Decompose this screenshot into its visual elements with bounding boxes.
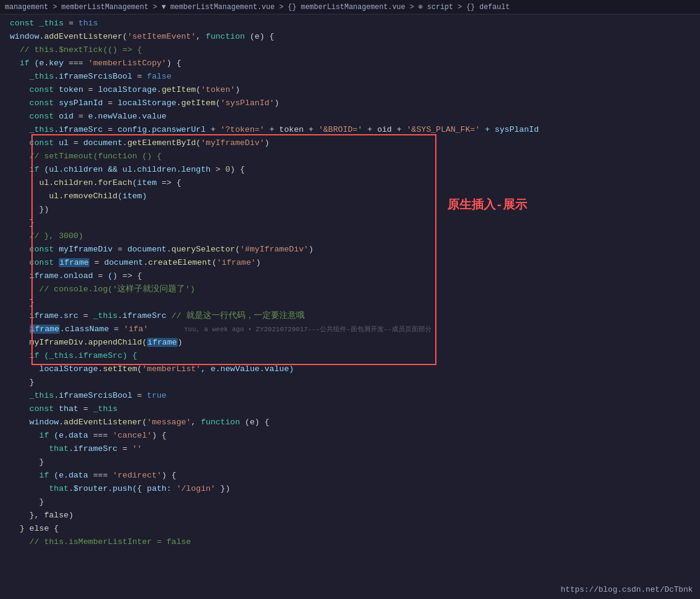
code-line: window.addEventListener('setItemEvent', … bbox=[0, 30, 700, 44]
code-line: localStorage.setItem('memberList', e.new… bbox=[0, 363, 700, 376]
code-text: const token = localStorage.getItem('toke… bbox=[0, 83, 695, 97]
code-text: const oid = e.newValue.value bbox=[0, 110, 695, 123]
code-line: if (e.data === 'redirect') { bbox=[0, 469, 700, 482]
code-text: if (ul.children && ul.children.length > … bbox=[0, 163, 695, 176]
code-text: iframe.onload = () => { bbox=[0, 270, 695, 283]
code-line: if (_this.iframeSrc) { bbox=[0, 349, 700, 363]
code-line: ul.children.forEach(item => { bbox=[0, 176, 700, 190]
code-line: } bbox=[0, 216, 700, 230]
code-text: }) bbox=[0, 203, 695, 216]
code-line: if (ul.children && ul.children.length > … bbox=[0, 163, 700, 176]
code-text: const that = _this bbox=[0, 403, 695, 416]
code-text: that.$router.push({ path: '/login' }) bbox=[0, 482, 695, 496]
code-text: } bbox=[0, 216, 695, 230]
code-line: _this.iframeSrcisBool = false bbox=[0, 70, 700, 83]
code-text: }, false) bbox=[0, 509, 695, 522]
code-line: } bbox=[0, 456, 700, 469]
code-line: const that = _this bbox=[0, 403, 700, 416]
code-line: that.$router.push({ path: '/login' }) bbox=[0, 482, 700, 496]
code-lines: const _this = this window.addEventListen… bbox=[0, 17, 700, 549]
code-line: const myIframeDiv = document.querySelect… bbox=[0, 243, 700, 256]
annotation-label: 原生插入-展示 bbox=[447, 196, 527, 215]
code-line: } else { bbox=[0, 522, 700, 536]
breadcrumb-text: management > memberListManagement > ▼ me… bbox=[5, 3, 510, 11]
bottom-url: https://blog.csdn.net/DcTbnk bbox=[561, 585, 693, 594]
code-line: iframe.className = 'ifa' You, a week ago… bbox=[0, 323, 700, 336]
code-text: // }, 3000) bbox=[0, 230, 695, 243]
code-text: iframe.src = _this.iframeSrc // 就是这一行代码，… bbox=[0, 309, 695, 323]
code-text: // console.log('这样子就没问题了') bbox=[0, 283, 695, 296]
code-line: } bbox=[0, 376, 700, 389]
code-line: const sysPlanId = localStorage.getItem('… bbox=[0, 97, 700, 110]
code-text: localStorage.setItem('memberList', e.new… bbox=[0, 363, 695, 376]
code-text: // this.isMemberListInter = false bbox=[0, 536, 695, 549]
code-text: if (e.data === 'redirect') { bbox=[0, 469, 695, 482]
code-line: const oid = e.newValue.value bbox=[0, 110, 700, 123]
code-text: window.addEventListener('message', funct… bbox=[0, 416, 695, 429]
code-text: // setTimeout(function () { bbox=[0, 150, 695, 163]
code-text: ul.children.forEach(item => { bbox=[0, 176, 695, 190]
code-line: const token = localStorage.getItem('toke… bbox=[0, 83, 700, 97]
breadcrumb-bar: management > memberListManagement > ▼ me… bbox=[0, 0, 700, 15]
code-text: ul.removeChild(item) bbox=[0, 190, 695, 203]
code-line: // }, 3000) bbox=[0, 230, 700, 243]
code-line: window.addEventListener('message', funct… bbox=[0, 416, 700, 429]
code-line: const ul = document.getElementById('myIf… bbox=[0, 137, 700, 150]
code-text: } else { bbox=[0, 522, 695, 536]
code-line: }, false) bbox=[0, 509, 700, 522]
code-text: } bbox=[0, 296, 695, 309]
code-line: // this.isMemberListInter = false bbox=[0, 536, 700, 549]
code-text: const _this = this bbox=[0, 17, 695, 30]
code-line: _this.iframeSrcisBool = true bbox=[0, 389, 700, 403]
code-line: // this.$nextTick(() => { bbox=[0, 44, 700, 57]
code-text: } bbox=[0, 376, 695, 389]
code-text: window.addEventListener('setItemEvent', … bbox=[0, 30, 695, 44]
code-line: iframe.onload = () => { bbox=[0, 270, 700, 283]
code-line: if (e.data === 'cancel') { bbox=[0, 429, 700, 442]
code-text: if (e.data === 'cancel') { bbox=[0, 429, 695, 442]
code-line: } bbox=[0, 296, 700, 309]
code-line: if (e.key === 'memberListCopy') { bbox=[0, 57, 700, 70]
code-text: myIframeDiv.appendChild(iframe) bbox=[0, 336, 695, 349]
code-line: that.iframeSrc = '' bbox=[0, 442, 700, 456]
code-text: const ul = document.getElementById('myIf… bbox=[0, 137, 695, 150]
code-text: } bbox=[0, 456, 695, 469]
code-text: } bbox=[0, 496, 695, 509]
code-line: }) bbox=[0, 203, 700, 216]
code-text: const iframe = document.createElement('i… bbox=[0, 256, 695, 270]
code-text: _this.iframeSrcisBool = true bbox=[0, 389, 695, 403]
code-text: const myIframeDiv = document.querySelect… bbox=[0, 243, 695, 256]
code-line: ul.removeChild(item) bbox=[0, 190, 700, 203]
code-text: that.iframeSrc = '' bbox=[0, 442, 695, 456]
code-text: _this.iframeSrc = config.pcanswerUrl + '… bbox=[0, 123, 695, 137]
code-text: iframe.className = 'ifa' You, a week ago… bbox=[0, 323, 695, 336]
code-text: if (_this.iframeSrc) { bbox=[0, 349, 695, 363]
code-line: const iframe = document.createElement('i… bbox=[0, 256, 700, 270]
code-line: } bbox=[0, 496, 700, 509]
code-line: myIframeDiv.appendChild(iframe) bbox=[0, 336, 700, 349]
code-line: iframe.src = _this.iframeSrc // 就是这一行代码，… bbox=[0, 309, 700, 323]
code-line: // setTimeout(function () { bbox=[0, 150, 700, 163]
code-text: // this.$nextTick(() => { bbox=[0, 44, 695, 57]
code-line: _this.iframeSrc = config.pcanswerUrl + '… bbox=[0, 123, 700, 137]
code-text: if (e.key === 'memberListCopy') { bbox=[0, 57, 695, 70]
code-line: // console.log('这样子就没问题了') bbox=[0, 283, 700, 296]
code-line: const _this = this bbox=[0, 17, 700, 30]
code-text: _this.iframeSrcisBool = false bbox=[0, 70, 695, 83]
code-text: const sysPlanId = localStorage.getItem('… bbox=[0, 97, 695, 110]
code-container: 原生插入-展示 const _this = this window.addEve… bbox=[0, 15, 700, 551]
